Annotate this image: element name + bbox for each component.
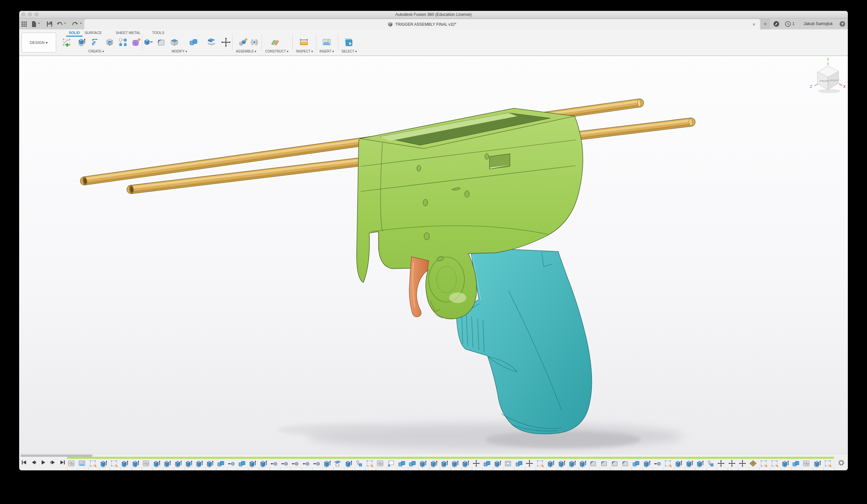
- revolve-icon[interactable]: [90, 37, 100, 47]
- create-sketch-icon[interactable]: [62, 37, 72, 47]
- timeline-feature-combine-icon[interactable]: [238, 459, 246, 467]
- select-icon[interactable]: [344, 37, 354, 47]
- timeline-feature-extrude-icon[interactable]: [174, 459, 182, 467]
- timeline-feature-extrude-icon[interactable]: [120, 459, 128, 467]
- joint-icon[interactable]: [249, 37, 259, 47]
- undo-caret-icon[interactable]: [64, 23, 66, 24]
- timeline-feature-link-icon[interactable]: [376, 459, 384, 467]
- ribbon-tab-surface[interactable]: SURFACE: [85, 30, 102, 35]
- new-tab-button[interactable]: +: [761, 19, 770, 29]
- group-label-modify[interactable]: MODIFY ▾: [172, 49, 187, 54]
- timeline-feature-align-icon[interactable]: [334, 459, 342, 467]
- document-tab[interactable]: TRIGGER ASSEMBLY FINAL v32* ×: [84, 19, 760, 29]
- timeline-feature-extrude-icon[interactable]: [557, 459, 566, 467]
- timeline-feature-sketch-icon[interactable]: [366, 459, 374, 467]
- model-canvas[interactable]: [19, 56, 848, 454]
- ribbon-tab-tools[interactable]: TOOLS: [152, 30, 164, 35]
- timeline-feature-joint-icon[interactable]: [227, 459, 235, 467]
- save-icon[interactable]: [46, 21, 53, 28]
- move-icon[interactable]: [221, 37, 231, 47]
- timeline-feature-extrude-icon[interactable]: [153, 459, 161, 467]
- timeline-feature-sketch-icon[interactable]: [536, 459, 544, 467]
- group-label-construct[interactable]: CONSTRUCT ▾: [265, 49, 288, 54]
- timeline-feature-combine-icon[interactable]: [398, 459, 406, 467]
- press-pull-icon[interactable]: [143, 37, 153, 47]
- timeline-feature-joint-icon[interactable]: [291, 459, 299, 467]
- timeline-feature-offset-plane-icon[interactable]: [504, 459, 512, 467]
- timeline-feature-extrude-icon[interactable]: [430, 459, 438, 467]
- timeline-feature-extrude-icon[interactable]: [259, 459, 267, 467]
- rectangular-pattern-icon[interactable]: [118, 37, 128, 47]
- timeline-feature-sketch-icon[interactable]: [771, 459, 779, 467]
- timeline-feature-extrude-icon[interactable]: [131, 459, 139, 467]
- timeline-feature-rigid-icon[interactable]: [355, 459, 363, 467]
- timeline-range-bar[interactable]: [67, 457, 834, 459]
- timeline-feature-combine-icon[interactable]: [217, 459, 225, 467]
- timeline-feature-sketch-icon[interactable]: [760, 459, 768, 467]
- play-button[interactable]: [40, 459, 46, 465]
- file-caret-icon[interactable]: [38, 23, 40, 24]
- ribbon-tab-solid[interactable]: SOLID: [69, 30, 80, 35]
- view-cube[interactable]: FRONT RIGHT Y Z X: [806, 56, 848, 96]
- timeline-feature-move-icon[interactable]: [739, 459, 747, 467]
- split-body-icon[interactable]: [206, 37, 216, 47]
- grid-icon[interactable]: [21, 21, 28, 28]
- shell-icon[interactable]: [169, 37, 179, 47]
- timeline-feature-section-icon[interactable]: [749, 459, 757, 467]
- fillet-icon[interactable]: [156, 37, 166, 47]
- user-name[interactable]: Jakub Samojluk: [804, 19, 833, 29]
- timeline-feature-extrude-icon[interactable]: [674, 459, 682, 467]
- skip-to-end-button[interactable]: [60, 459, 65, 465]
- timeline-feature-plane-icon[interactable]: [387, 459, 395, 467]
- timeline-feature-extrude-icon[interactable]: [99, 459, 107, 467]
- group-label-insert[interactable]: INSERT ▾: [319, 49, 334, 54]
- timeline-feature-sketch-icon[interactable]: [110, 459, 118, 467]
- timeline-feature-combine-icon[interactable]: [515, 459, 523, 467]
- timeline-feature-combine-icon[interactable]: [408, 459, 416, 467]
- redo-caret-icon[interactable]: [80, 23, 82, 24]
- timeline-feature-extrude-icon[interactable]: [685, 459, 693, 467]
- timeline-feature-extrude-icon[interactable]: [568, 459, 576, 467]
- viewcube-front-face[interactable]: FRONT: [820, 79, 830, 83]
- timeline-feature-combine-icon[interactable]: [483, 459, 491, 467]
- timeline-feature-canvas-icon[interactable]: [78, 459, 86, 467]
- timeline-feature-combine-icon[interactable]: [632, 459, 640, 467]
- ribbon-tab-sheet-metal[interactable]: SHEET METAL: [116, 30, 140, 35]
- timeline-feature-extrude-icon[interactable]: [451, 459, 459, 467]
- timeline-feature-link-icon[interactable]: [142, 459, 150, 467]
- timeline-feature-extrude-icon[interactable]: [195, 459, 203, 467]
- construct-plane-icon[interactable]: [270, 37, 280, 47]
- close-tab-button[interactable]: ×: [752, 19, 756, 29]
- combine-icon[interactable]: [189, 37, 199, 47]
- canvas-icon[interactable]: [322, 37, 332, 47]
- measure-icon[interactable]: [299, 37, 309, 47]
- timeline-feature-fillet-icon[interactable]: [611, 459, 619, 467]
- timeline-feature-extrude-icon[interactable]: [419, 459, 427, 467]
- timeline-feature-extrude-icon[interactable]: [440, 459, 448, 467]
- timeline-feature-extrude-icon[interactable]: [461, 459, 469, 467]
- pistol-grip[interactable]: [457, 248, 591, 434]
- create-form-icon[interactable]: [131, 37, 141, 47]
- help-icon[interactable]: ?: [839, 21, 846, 29]
- timeline-feature-extrude-icon[interactable]: [813, 459, 821, 467]
- timeline-scrollbar[interactable]: [21, 454, 93, 457]
- design-dropdown-button[interactable]: DESIGN ▾: [21, 33, 56, 53]
- timeline-feature-extrude-icon[interactable]: [163, 459, 171, 467]
- timeline-settings-gear-icon[interactable]: [838, 459, 845, 467]
- timeline-feature-move-icon[interactable]: [717, 459, 725, 467]
- timeline-feature-combine-icon[interactable]: [792, 459, 800, 467]
- timeline-feature-extrude-icon[interactable]: [185, 459, 193, 467]
- viewcube-right-face[interactable]: RIGHT: [830, 79, 839, 82]
- timeline-feature-extrude-icon[interactable]: [547, 459, 555, 467]
- hole-icon[interactable]: [105, 37, 115, 47]
- timeline-feature-move-icon[interactable]: [525, 459, 533, 467]
- step-back-button[interactable]: [31, 459, 37, 465]
- new-component-icon[interactable]: [238, 37, 248, 47]
- skip-to-start-button[interactable]: [21, 459, 27, 465]
- timeline-feature-extrude-icon[interactable]: [248, 459, 256, 467]
- timeline-feature-extrude-icon[interactable]: [206, 459, 214, 467]
- group-label-create[interactable]: CREATE ▾: [88, 49, 104, 54]
- timeline-feature-extrude-icon[interactable]: [344, 459, 352, 467]
- timeline-feature-link-icon[interactable]: [67, 459, 75, 467]
- extrude-icon[interactable]: [76, 37, 86, 47]
